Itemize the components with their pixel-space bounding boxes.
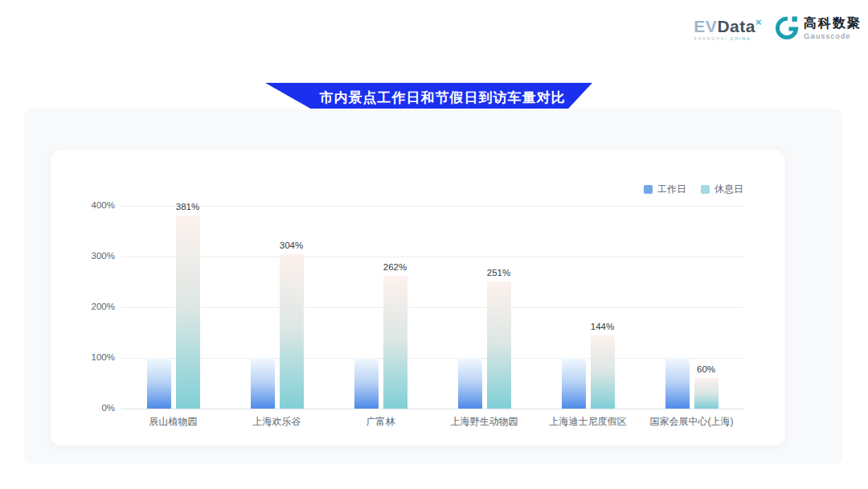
bar-休息日-上海迪士尼度假区: 144% <box>591 335 615 409</box>
bar-group: 304% <box>225 206 329 409</box>
value-label: 304% <box>280 240 303 250</box>
category-label: 国家会展中心(上海) <box>640 415 743 429</box>
y-tick-label: 300% <box>51 251 115 261</box>
chart-plot-area: 381%304%262%251%144%60% <box>121 206 743 409</box>
value-label: 60% <box>697 364 715 374</box>
value-label: 381% <box>176 202 199 212</box>
value-label: 251% <box>487 268 510 277</box>
header-logos: EVData× SHANGHAI CHINA 高科数聚 Gausscode <box>694 16 862 41</box>
gausscode-en-name: Gausscode <box>804 32 862 40</box>
value-label: 144% <box>591 322 614 331</box>
category-label: 上海野生动物园 <box>432 415 536 429</box>
y-tick-label: 0% <box>51 403 115 413</box>
bar-工作日-广富林 <box>354 358 379 409</box>
bar-工作日-上海迪士尼度假区 <box>562 358 586 409</box>
legend-item-休息日[interactable]: 休息日 <box>701 183 743 196</box>
bar-休息日-广富林: 262% <box>383 276 407 409</box>
gausscode-g-icon <box>775 16 799 40</box>
evdata-wordmark: EVData× <box>694 18 762 35</box>
chart-card: 工作日休息日 0%100%200%300%400% 381%304%262%25… <box>50 149 786 446</box>
category-label: 辰山植物园 <box>121 415 225 429</box>
evdata-logo: EVData× SHANGHAI CHINA <box>694 18 762 41</box>
legend-label: 工作日 <box>657 183 686 196</box>
legend-label: 休息日 <box>714 183 743 196</box>
value-label: 262% <box>383 262 407 272</box>
page-title: 市内景点工作日和节假日到访车量对比 <box>320 88 566 107</box>
x-axis-line <box>121 409 743 409</box>
gausscode-cn-name: 高科数聚 <box>804 17 862 30</box>
evdata-data-text: Data <box>717 17 755 35</box>
bar-group: 251% <box>432 206 536 409</box>
bar-休息日-上海欢乐谷: 304% <box>280 254 304 409</box>
bar-group: 144% <box>536 206 640 409</box>
legend-item-工作日[interactable]: 工作日 <box>644 183 686 196</box>
category-label: 上海欢乐谷 <box>225 415 329 429</box>
bar-group: 262% <box>329 206 432 409</box>
bar-group: 381% <box>121 206 225 409</box>
bar-工作日-上海野生动物园 <box>458 358 482 409</box>
evdata-subtext: SHANGHAI CHINA <box>694 36 751 41</box>
bar-休息日-国家会展中心(上海): 60% <box>694 378 719 409</box>
y-tick-label: 100% <box>51 352 115 362</box>
legend-swatch <box>701 185 710 194</box>
bar-休息日-辰山植物园: 381% <box>176 216 200 409</box>
bar-工作日-辰山植物园 <box>147 358 171 409</box>
bar-工作日-国家会展中心(上海) <box>665 358 690 409</box>
evdata-x-icon: × <box>755 16 762 28</box>
y-tick-label: 400% <box>51 200 115 210</box>
evdata-ev-text: EV <box>694 17 717 35</box>
bar-group: 60% <box>640 206 743 409</box>
category-label: 上海迪士尼度假区 <box>536 415 640 429</box>
bar-工作日-上海欢乐谷 <box>251 358 275 409</box>
chart-legend: 工作日休息日 <box>121 183 743 196</box>
y-tick-label: 200% <box>51 302 115 311</box>
legend-swatch <box>644 185 653 194</box>
gausscode-logo: 高科数聚 Gausscode <box>775 16 862 40</box>
category-label: 广富林 <box>329 415 432 429</box>
bar-休息日-上海野生动物园: 251% <box>487 281 511 409</box>
